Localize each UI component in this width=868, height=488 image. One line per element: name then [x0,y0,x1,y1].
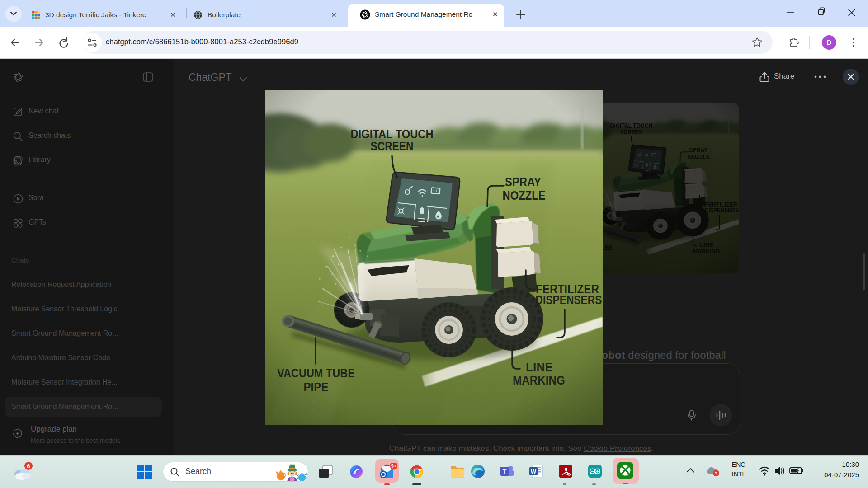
svg-text:T: T [503,468,507,475]
svg-text:6: 6 [27,463,30,469]
svg-text:W: W [531,468,537,475]
svg-text:9+: 9+ [391,463,397,469]
